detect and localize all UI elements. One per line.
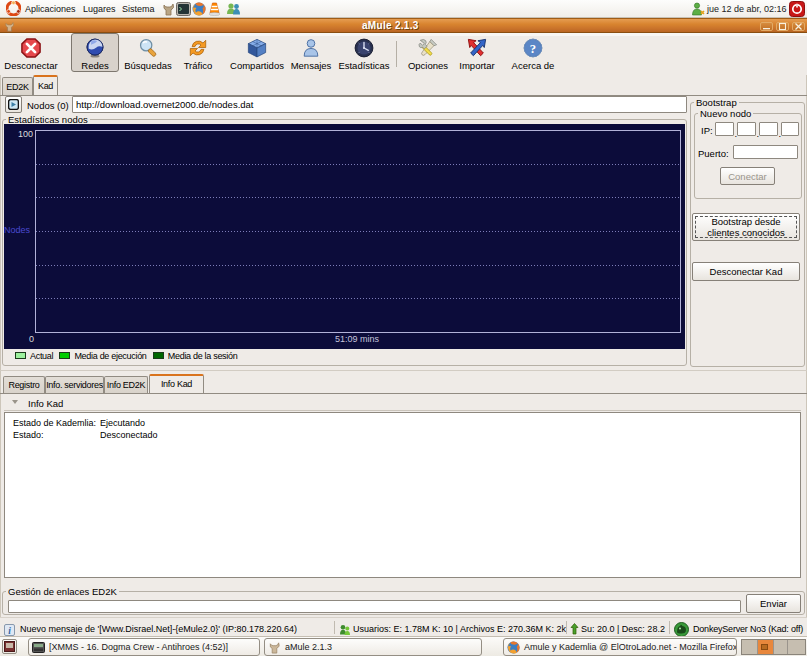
svg-text:i: i xyxy=(8,626,11,636)
svg-text:?: ? xyxy=(530,42,536,56)
